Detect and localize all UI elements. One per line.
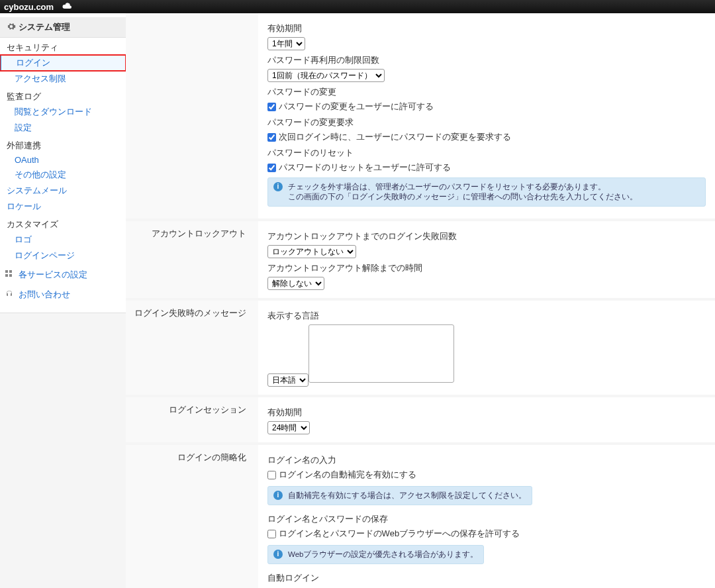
grid-icon [5,270,13,280]
sidebar-item[interactable]: 閲覧とダウンロード [0,104,126,120]
sidebar-item-label[interactable]: システムメール [7,185,67,195]
sidebar-item[interactable]: アクセス制限 [0,71,126,87]
checkbox-label[interactable]: パスワードのリセットをユーザーに許可する [276,162,451,172]
topbar: cybozu.com [0,0,715,13]
row-label: アカウントロックアウト [126,221,258,298]
checkbox-label[interactable]: ログイン名の自動補完を有効にする [276,469,416,479]
checkbox-line: パスワードのリセットをユーザーに許可する [267,162,706,173]
sidebar-title: システム管理 [0,17,126,38]
content-area: 有効期間1年間パスワード再利用の制限回数1回前（現在のパスワード）パスワードの変… [126,13,715,588]
sidebar-group: 外部連携 [0,136,126,153]
svg-rect-0 [5,270,8,273]
field-title: 有効期間 [267,407,706,418]
field-title: アカウントロックアウト解除までの時間 [267,262,706,274]
row-label [126,13,258,219]
field-title: パスワードのリセット [267,147,706,159]
sidebar-item[interactable]: ログインページ [0,248,126,264]
row-fields: アカウントロックアウトまでのログイン失敗回数ロックアウトしないアカウントロックア… [258,221,715,298]
field-title: パスワードの変更要求 [267,117,706,128]
checkbox-line: ログイン名とパスワードのWebブラウザーへの保存を許可する [267,528,706,540]
sidebar-item-label[interactable]: ロケール [7,201,41,211]
row-label: ログインの簡略化 [126,445,258,588]
sidebar-item[interactable]: その他の設定 [0,167,126,183]
info-icon: i [273,182,283,191]
checkbox-label[interactable]: 次回ログイン時に、ユーザーにパスワードの変更を要求する [276,132,511,142]
field-title: アカウントロックアウトまでのログイン失敗回数 [267,230,706,242]
row-fields: 表示する言語日本語 [258,301,715,395]
checkbox[interactable] [267,471,276,479]
checkbox-line: パスワードの変更をユーザーに許可する [267,101,706,113]
field-title: 表示する言語 [267,310,706,322]
svg-rect-1 [9,270,12,273]
sidebar-item[interactable]: ロケール [0,199,126,215]
row-fields: ログイン名の入力 ログイン名の自動補完を有効にするi自動補完を有効にする場合は、… [258,445,715,588]
checkbox[interactable] [267,530,276,538]
sidebar-item[interactable]: ロゴ [0,232,126,248]
checkbox-label[interactable]: ログイン名とパスワードのWebブラウザーへの保存を許可する [276,528,520,538]
headset-icon [5,290,13,300]
info-icon: i [273,491,283,500]
sidebar: システム管理 セキュリティログインアクセス制限監査ログ閲覧とダウンロード設定外部… [0,13,126,313]
settings-row: ログインセッション有効期間24時間 [126,397,715,442]
checkbox[interactable] [267,164,276,172]
select[interactable]: 1年間 [267,37,305,50]
sidebar-each-service[interactable]: 各サービスの設定 [0,264,126,283]
sidebar-item-label[interactable]: 設定 [15,122,32,132]
sidebar-item[interactable]: ログイン [0,55,126,71]
checkbox-line: 次回ログイン時に、ユーザーにパスワードの変更を要求する [267,131,706,143]
gear-icon [7,22,16,33]
row-fields: 有効期間1年間パスワード再利用の制限回数1回前（現在のパスワード）パスワードの変… [258,13,715,219]
select[interactable]: 1回前（現在のパスワード） [267,69,385,82]
select[interactable]: ロックアウトしない [267,245,356,258]
sidebar-item[interactable]: OAuth [0,153,126,167]
cloud-icon [62,2,73,11]
settings-row: ログインの簡略化ログイン名の入力 ログイン名の自動補完を有効にするi自動補完を有… [126,445,715,588]
sidebar-item-label[interactable]: ログインページ [15,250,75,260]
info-box: i自動補完を有効にする場合は、アクセス制限を設定してください。 [267,486,532,505]
settings-row: 有効期間1年間パスワード再利用の制限回数1回前（現在のパスワード）パスワードの変… [126,13,715,219]
select[interactable]: 日本語 [267,373,309,387]
info-box: iWebブラウザーの設定が優先される場合があります。 [267,545,484,564]
select[interactable]: 24時間 [267,421,310,434]
settings-row: ログイン失敗時のメッセージ表示する言語日本語 [126,301,715,395]
row-label: ログイン失敗時のメッセージ [126,301,258,395]
field-title: 自動ログイン [267,572,706,584]
sidebar-item-label[interactable]: OAuth [15,155,39,165]
info-icon: i [273,550,283,559]
field-title: パスワードの変更 [267,86,706,98]
sidebar-item-label[interactable]: 閲覧とダウンロード [15,107,92,117]
sidebar-item-label[interactable]: アクセス制限 [15,74,66,83]
sidebar-group: 監査ログ [0,87,126,104]
checkbox-label[interactable]: パスワードの変更をユーザーに許可する [276,101,434,111]
checkbox-line: ログイン名の自動補完を有効にする [267,469,706,481]
sidebar-item-label[interactable]: ログイン [16,58,50,68]
field-title: 有効期間 [267,23,706,34]
sidebar-group: カスタマイズ [0,215,126,232]
sidebar-group: セキュリティ [0,38,126,55]
sidebar-item-label[interactable]: その他の設定 [15,170,66,179]
field-title: ログイン名とパスワードの保存 [267,513,706,525]
sidebar-item-label[interactable]: ロゴ [15,234,32,244]
svg-rect-2 [5,274,8,277]
sidebar-item[interactable]: 設定 [0,120,126,136]
topbar-brand: cybozu.com [4,2,54,12]
info-box: iチェックを外す場合は、管理者がユーザーのパスワードをリセットする必要があります… [267,177,706,207]
row-fields: 有効期間24時間 [258,397,715,442]
svg-rect-3 [9,274,12,277]
checkbox[interactable] [267,133,276,142]
field-title: パスワード再利用の制限回数 [267,54,706,66]
message-textarea[interactable] [309,324,454,383]
settings-row: アカウントロックアウトアカウントロックアウトまでのログイン失敗回数ロックアウトし… [126,221,715,298]
sidebar-item[interactable]: システムメール [0,183,126,199]
checkbox[interactable] [267,103,276,111]
select[interactable]: 解除しない [267,277,324,290]
row-label: ログインセッション [126,397,258,442]
field-title: ログイン名の入力 [267,454,706,466]
sidebar-contact[interactable]: お問い合わせ [0,283,126,303]
